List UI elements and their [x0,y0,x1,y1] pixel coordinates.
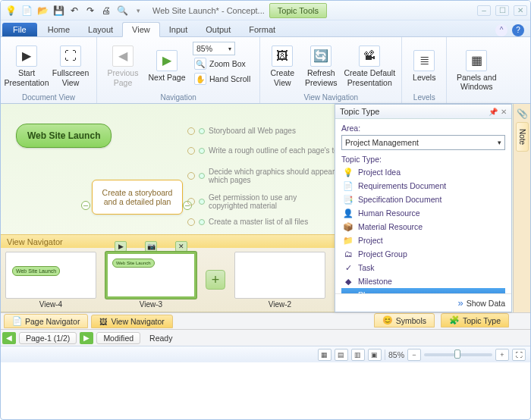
qat-dropdown-icon[interactable]: ▾ [131,4,145,17]
open-icon[interactable]: 📂 [36,4,49,17]
main-topic[interactable]: Web Site Launch [16,124,112,148]
clock-icon [187,218,195,226]
chevron-down-icon: ▾ [498,139,501,146]
topic-type-item-label: Specification Document [358,195,441,204]
start-presentation-button[interactable]: ▶ Start Presentation [5,40,48,92]
topic-type-item[interactable]: ◆Milestone [341,274,505,288]
puzzle-icon: 🧩 [449,315,460,325]
panels-windows-button[interactable]: ▦ Panels and Windows [451,40,501,101]
help-icon[interactable]: ? [512,24,524,36]
topic-type-item-label: Human Resource [358,208,420,218]
tab-input[interactable]: Input [160,23,196,36]
undo-icon[interactable]: ↶ [68,4,81,17]
refresh-previews-button[interactable]: 🔄 Refresh Previews [301,40,341,92]
leaf-topic[interactable]: Write a rough outline of each page's tex [209,146,342,155]
thumb-close-icon[interactable]: ✕ [175,241,187,252]
zoom-slider-thumb[interactable] [454,349,460,359]
status-icon-4[interactable]: ▣ [368,349,382,361]
pin-icon[interactable]: 📌 [489,108,498,116]
tab-layout[interactable]: Layout [79,23,122,36]
topic-type-item[interactable]: 📄Requirements Document [341,179,505,193]
panel-close-icon[interactable]: ✕ [501,108,507,116]
zoom-fit-button[interactable]: ⛶ [512,349,526,361]
create-default-presentation-button[interactable]: 📽 Create Default Presentation [342,40,397,92]
create-view-button[interactable]: 🖼 Create View [265,40,300,92]
collapse-toggle[interactable]: – [81,201,90,210]
minimize-button[interactable]: – [477,5,491,16]
view-navigator-tab[interactable]: 🖼View Navigator [91,315,172,328]
topic-type-item[interactable]: 🗂Project Group [341,247,505,261]
print-icon[interactable]: 🖨 [99,4,113,17]
add-view-button[interactable]: + [206,270,225,290]
levels-icon: ≣ [413,50,435,71]
topic-type-item-label: Project [358,236,383,245]
tab-view[interactable]: View [122,22,160,37]
refresh-icon: 🔄 [310,45,331,67]
hand-scroll-button[interactable]: ✋Hand Scroll [193,72,252,86]
topic-type-item[interactable]: 📁Project [341,234,505,247]
new-icon[interactable]: 📄 [20,4,33,17]
note-tab[interactable]: Note [516,122,529,152]
close-button[interactable]: ✕ [514,5,527,16]
leaf-topic[interactable]: Create a master list of all files [209,218,308,226]
levels-button[interactable]: ≣ Levels [407,40,441,92]
tab-format[interactable]: Format [240,23,284,36]
topic-type-item[interactable]: ✓Task [341,261,505,274]
sub-topic[interactable]: Create a storyboard and a detailed plan [92,180,183,215]
group-navigation: Navigation [102,92,255,102]
topic-type-item[interactable]: 📦Material Resource [341,220,505,234]
topic-type-item[interactable]: 💡Project Idea [341,165,505,179]
file-tab[interactable]: File [2,23,37,36]
topic-type-item-icon: 👤 [343,208,353,218]
next-page-button[interactable]: ▶ Next Page [146,40,188,92]
redo-icon[interactable]: ↷ [83,4,97,17]
page-tab[interactable]: Page-1 (1/2) [19,332,77,344]
prev-page-arrow[interactable]: ◀ [2,332,16,344]
view-thumbnail[interactable]: Web Site Launch [5,252,96,299]
clock-icon [187,127,195,135]
symbols-tab[interactable]: 😊Symbols [374,313,435,328]
ribbon-minimize-icon[interactable]: ^ [495,24,507,36]
leaf-topic[interactable]: Decide which graphics should appear whic… [209,168,338,184]
prev-page-icon: ◀ [112,45,134,67]
print-preview-icon[interactable]: 🔍 [115,4,129,17]
tab-home[interactable]: Home [39,23,79,36]
page-navigator-tab[interactable]: 📄Page Navigator [4,314,88,328]
thumb-camera-icon[interactable]: 📷 [145,241,157,252]
levels-label: Levels [413,73,435,82]
topic-type-item[interactable]: 📑Specification Document [341,193,505,206]
presentation-icon: ▶ [16,45,37,67]
zoom-in-button[interactable]: + [495,349,509,361]
status-icon-2[interactable]: ▤ [335,349,348,361]
leaf-topic[interactable]: Storyboard all Web pages [209,127,296,135]
zoom-box-button[interactable]: 🔍Zoom Box [193,57,252,71]
view-thumbnail-selected[interactable]: Web Site Launch [105,252,196,299]
next-page-arrow[interactable]: ▶ [80,332,93,344]
thumb-topic: Web Site Launch [12,266,60,276]
contextual-tab-topic-tools[interactable]: Topic Tools [269,3,327,18]
group-document-view: Document View [5,92,92,102]
attachment-icon[interactable]: 📎 [517,108,527,119]
status-icon-1[interactable]: ▦ [318,349,331,361]
leaf-topic[interactable]: Get permission to use any copyrighted ma… [209,193,338,210]
save-icon[interactable]: 💾 [52,4,65,17]
zoom-dropdown[interactable]: 85%▾ [193,42,235,55]
zoom-out-button[interactable]: − [407,349,421,361]
show-data-button[interactable]: » Show Data [335,293,511,312]
status-icon-3[interactable]: ▥ [351,349,365,361]
fullscreen-view-button[interactable]: ⛶ Fullscreen View [49,40,92,92]
create-view-label: Create View [266,68,298,86]
zoom-slider[interactable] [424,353,492,356]
tab-output[interactable]: Output [196,23,240,36]
topic-type-item-icon: 📑 [343,194,353,205]
thumb-play-icon[interactable]: ▶ [115,241,127,252]
app-bulb-icon[interactable]: 💡 [4,4,17,17]
topic-type-tab[interactable]: 🧩Topic Type [441,313,509,328]
area-dropdown[interactable]: Project Management ▾ [341,135,505,150]
topic-type-item[interactable]: 👤Human Resource [341,206,505,220]
topic-type-item[interactable]: ▬Phase [341,288,505,293]
view-thumbnail[interactable] [234,252,325,299]
zoom-value: 85% [196,44,212,53]
previous-page-label: Previous Page [103,68,143,86]
maximize-button[interactable]: ☐ [495,5,509,16]
